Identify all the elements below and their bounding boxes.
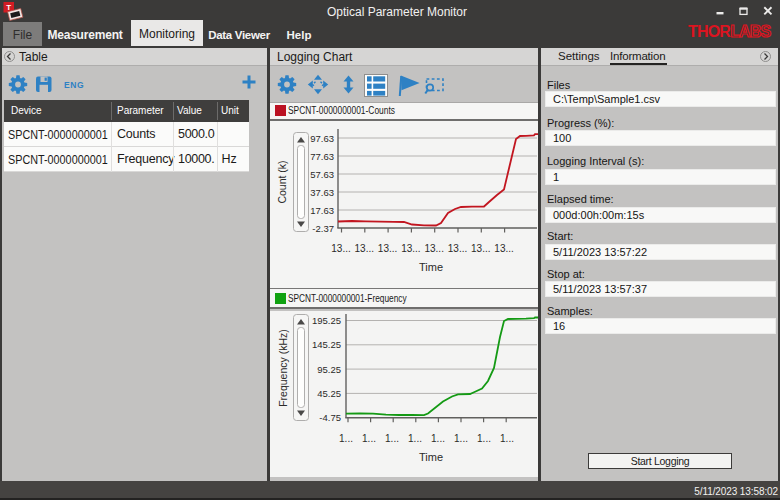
- svg-text:1...: 1...: [477, 433, 491, 444]
- svg-text:-2.37: -2.37: [312, 223, 334, 234]
- svg-text:13...: 13...: [424, 243, 443, 254]
- svg-text:1...: 1...: [500, 433, 514, 444]
- svg-text:Time: Time: [419, 451, 443, 463]
- svg-text:37.63: 37.63: [310, 187, 334, 198]
- svg-text:1...: 1...: [408, 433, 422, 444]
- svg-text:45.25: 45.25: [317, 388, 341, 399]
- svg-text:13...: 13...: [331, 243, 350, 254]
- svg-text:13...: 13...: [448, 243, 467, 254]
- svg-text:1...: 1...: [385, 433, 399, 444]
- svg-text:13...: 13...: [355, 243, 374, 254]
- svg-text:95.25: 95.25: [317, 364, 341, 375]
- svg-text:57.63: 57.63: [310, 169, 334, 180]
- svg-text:13...: 13...: [471, 243, 490, 254]
- svg-text:97.63: 97.63: [310, 133, 334, 144]
- svg-text:145.25: 145.25: [312, 339, 341, 350]
- svg-text:1...: 1...: [454, 433, 468, 444]
- svg-text:-4.75: -4.75: [319, 412, 341, 423]
- svg-text:ENG: ENG: [64, 80, 84, 90]
- svg-text:13...: 13...: [401, 243, 420, 254]
- svg-text:17.63: 17.63: [310, 205, 334, 216]
- svg-text:1...: 1...: [431, 433, 445, 444]
- svg-text:1...: 1...: [362, 433, 376, 444]
- svg-text:1...: 1...: [339, 433, 353, 444]
- svg-text:Time: Time: [419, 261, 443, 273]
- svg-text:13...: 13...: [494, 243, 513, 254]
- svg-text:195.25: 195.25: [312, 315, 341, 326]
- svg-text:13...: 13...: [378, 243, 397, 254]
- svg-text:77.63: 77.63: [310, 151, 334, 162]
